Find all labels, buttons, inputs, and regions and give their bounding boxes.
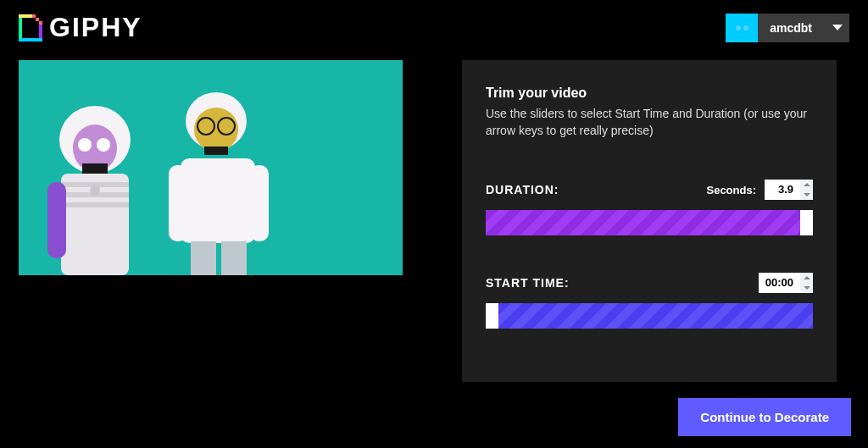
duration-slider[interactable] <box>486 210 813 235</box>
continue-button[interactable]: Continue to Decorate <box>678 398 851 436</box>
svg-rect-0 <box>19 16 22 40</box>
user-name: amcdbt <box>758 14 824 42</box>
preview-illustration-left <box>36 97 154 275</box>
start-time-slider-fill <box>498 303 813 329</box>
brand-logo[interactable]: GIPHY <box>19 12 142 43</box>
panel-description: Use the sliders to select Start Time and… <box>486 106 813 139</box>
chevron-down-icon <box>832 25 843 30</box>
svg-rect-24 <box>191 241 216 275</box>
start-time-label: START TIME: <box>486 276 570 290</box>
svg-point-10 <box>97 138 110 152</box>
duration-unit-label: Seconds: <box>706 184 756 196</box>
user-menu-caret[interactable] <box>824 14 849 42</box>
start-time-step-down[interactable] <box>800 283 813 293</box>
svg-rect-15 <box>61 202 129 207</box>
panel-title: Trim your video <box>486 86 813 101</box>
svg-rect-25 <box>221 241 247 275</box>
svg-point-19 <box>194 108 238 152</box>
user-avatar-icon <box>726 14 758 42</box>
duration-step-up[interactable] <box>800 180 813 190</box>
svg-rect-22 <box>204 147 228 155</box>
svg-rect-5 <box>36 18 39 21</box>
svg-rect-1 <box>39 23 42 40</box>
svg-rect-4 <box>32 14 36 18</box>
user-menu[interactable]: amcdbt <box>726 14 849 42</box>
svg-rect-26 <box>169 165 187 241</box>
brand-name: GIPHY <box>49 12 142 43</box>
trim-panel: Trim your video Use the sliders to selec… <box>462 60 837 382</box>
svg-point-17 <box>90 185 100 196</box>
video-preview[interactable] <box>19 60 403 275</box>
preview-illustration-right <box>150 80 277 275</box>
start-time-slider[interactable] <box>486 303 813 329</box>
start-time-stepper[interactable]: 00:00 <box>759 273 813 293</box>
logo-icon <box>19 14 42 41</box>
svg-rect-27 <box>250 165 269 241</box>
svg-rect-6 <box>39 21 42 25</box>
duration-stepper[interactable]: 3.9 <box>765 180 813 200</box>
duration-value[interactable]: 3.9 <box>765 180 800 200</box>
svg-rect-16 <box>47 182 66 258</box>
svg-rect-11 <box>82 163 108 174</box>
duration-slider-fill <box>486 210 800 235</box>
start-time-step-up[interactable] <box>800 273 813 283</box>
svg-rect-23 <box>181 158 255 243</box>
start-time-value[interactable]: 00:00 <box>759 273 800 293</box>
svg-rect-3 <box>19 14 34 18</box>
svg-rect-2 <box>19 38 42 41</box>
svg-point-9 <box>78 138 92 152</box>
duration-label: DURATION: <box>486 183 559 196</box>
duration-step-down[interactable] <box>800 190 813 200</box>
